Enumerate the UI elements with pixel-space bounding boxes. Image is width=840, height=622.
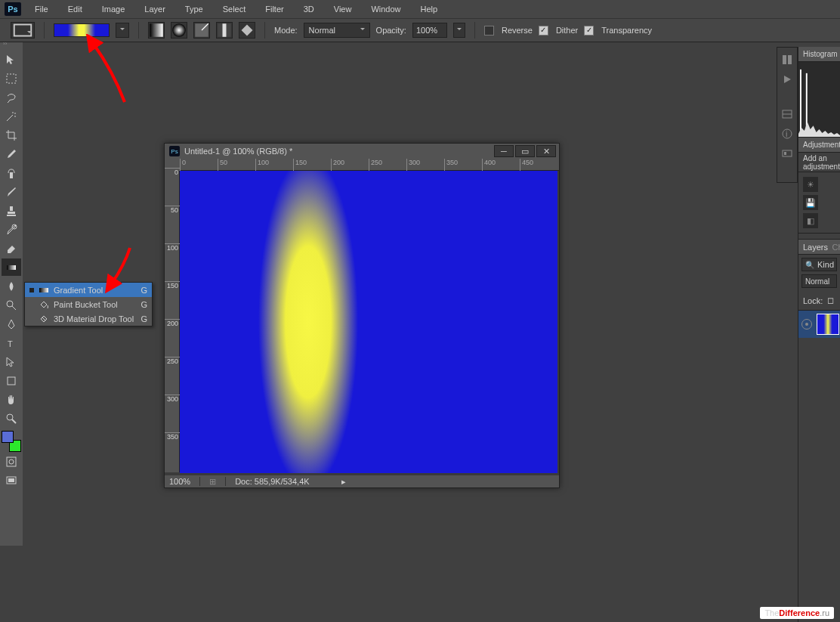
menu-file[interactable]: File	[29, 2, 54, 17]
menu-layer[interactable]: Layer	[138, 2, 171, 17]
linear-gradient-button[interactable]	[148, 22, 165, 39]
info-icon[interactable]: i	[780, 126, 795, 141]
gradient-tool[interactable]	[2, 258, 21, 276]
brush-tool[interactable]	[2, 183, 21, 200]
svg-rect-10	[8, 212, 15, 214]
healing-tool[interactable]	[2, 164, 21, 181]
marquee-tool[interactable]	[2, 70, 21, 87]
menu-type[interactable]: Type	[179, 2, 209, 17]
flyout-label: 3D Material Drop Tool	[54, 314, 134, 323]
svg-text:i: i	[786, 129, 787, 138]
svg-point-12	[12, 224, 17, 229]
shape-tool[interactable]	[2, 372, 21, 389]
doc-info[interactable]: Doc: 585,9K/534,4K	[235, 477, 309, 486]
dither-label: Dither	[556, 26, 578, 35]
svg-rect-7	[7, 74, 16, 83]
menu-view[interactable]: View	[328, 2, 358, 17]
document-window: Ps Untitled-1 @ 100% (RGB/8) * ─ ▭ ✕ 050…	[164, 143, 560, 488]
wand-tool[interactable]	[2, 107, 21, 125]
panel-icon-3[interactable]	[780, 107, 795, 122]
dither-checkbox[interactable]: ✓	[539, 26, 548, 36]
gradient-dropdown[interactable]	[116, 23, 129, 38]
menu-edit[interactable]: Edit	[62, 2, 88, 17]
canvas[interactable]	[180, 171, 557, 473]
flyout-key: G	[141, 300, 147, 309]
menu-3d[interactable]: 3D	[298, 2, 320, 17]
opacity-input[interactable]: 100%	[412, 23, 447, 38]
close-button[interactable]: ✕	[536, 145, 556, 157]
svg-rect-0	[14, 25, 32, 36]
crop-tool[interactable]	[2, 126, 21, 144]
watermark: TheDifference.ru	[760, 607, 834, 619]
lasso-tool[interactable]	[2, 88, 21, 106]
eraser-tool[interactable]	[2, 240, 21, 257]
stamp-tool[interactable]	[2, 202, 21, 219]
pen-tool[interactable]	[2, 315, 21, 333]
svg-rect-22	[39, 288, 48, 292]
tool-preset-picker[interactable]	[11, 22, 35, 39]
minimize-button[interactable]: ─	[494, 145, 514, 157]
document-titlebar[interactable]: Ps Untitled-1 @ 100% (RGB/8) * ─ ▭ ✕	[165, 144, 559, 159]
layer-visibility-icon[interactable]	[801, 319, 812, 330]
flyout-gradient-tool[interactable]: Gradient Tool G	[25, 283, 152, 297]
menu-help[interactable]: Help	[415, 2, 444, 17]
layer-filter-kind[interactable]: 🔍 Kind	[801, 258, 837, 271]
histogram-panel	[798, 62, 840, 138]
hand-tool[interactable]	[2, 391, 21, 408]
menu-select[interactable]: Select	[217, 2, 252, 17]
vertical-ruler[interactable]: 050100150200250300350	[165, 171, 180, 472]
color-swatches[interactable]	[2, 431, 21, 452]
radial-gradient-button[interactable]	[171, 22, 187, 39]
reverse-checkbox[interactable]: ✓	[484, 26, 494, 36]
gradient-preview[interactable]	[54, 23, 110, 37]
move-tool[interactable]	[2, 51, 21, 68]
menu-filter[interactable]: Filter	[259, 2, 289, 17]
svg-rect-21	[8, 478, 14, 482]
angle-gradient-button[interactable]	[193, 22, 210, 39]
reverse-label: Reverse	[502, 26, 533, 35]
layer-thumbnail[interactable]	[817, 314, 839, 335]
opacity-dropdown[interactable]	[453, 23, 465, 38]
horizontal-ruler[interactable]: 050100150200250300350400450	[180, 159, 559, 171]
menu-window[interactable]: Window	[365, 2, 406, 17]
foreground-color[interactable]	[2, 431, 14, 443]
maximize-button[interactable]: ▭	[515, 145, 535, 157]
svg-rect-30	[800, 70, 801, 135]
brightness-icon[interactable]: ☀	[803, 177, 818, 192]
play-icon[interactable]	[780, 72, 795, 87]
layer-background[interactable]	[798, 311, 840, 338]
flyout-3d-material[interactable]: 3D Material Drop Tool G	[25, 311, 152, 326]
document-title: Untitled-1 @ 100% (RGB/8) *	[184, 147, 292, 156]
flyout-key: G	[141, 314, 147, 323]
menu-image[interactable]: Image	[96, 2, 131, 17]
dodge-tool[interactable]	[2, 296, 21, 314]
flyout-label: Paint Bucket Tool	[54, 300, 118, 309]
path-select-tool[interactable]	[2, 353, 21, 370]
zoom-level[interactable]: 100%	[169, 477, 190, 486]
type-tool[interactable]: T	[2, 334, 21, 351]
svg-rect-5	[223, 23, 227, 37]
reflected-gradient-button[interactable]	[216, 22, 233, 39]
quickmask-button[interactable]	[2, 453, 21, 470]
histogram-tab[interactable]: Histogram	[798, 47, 840, 62]
transparency-checkbox[interactable]: ✓	[584, 26, 594, 36]
adjustments-tab[interactable]: Adjustments	[798, 138, 840, 153]
history-brush-tool[interactable]	[2, 221, 21, 238]
screenmode-button[interactable]	[2, 472, 21, 489]
bucket-icon	[39, 299, 49, 310]
panel-icon-1[interactable]	[780, 52, 795, 67]
blur-tool[interactable]	[2, 277, 21, 295]
layer-blend-mode[interactable]: Normal	[801, 274, 837, 288]
blend-mode-select[interactable]: Normal	[304, 23, 370, 38]
zoom-tool[interactable]	[2, 410, 21, 427]
save-icon[interactable]: 💾	[803, 195, 818, 210]
gradient-tool-flyout: Gradient Tool G Paint Bucket Tool G 3D M…	[24, 282, 153, 326]
bucket-3d-icon	[39, 314, 49, 324]
diamond-gradient-button[interactable]	[239, 22, 255, 39]
options-bar: Mode: Normal Opacity: 100% ✓Reverse ✓Dit…	[0, 18, 840, 42]
layers-tab[interactable]: Layers Ch	[798, 240, 840, 255]
adj-icon-3[interactable]: ◧	[803, 213, 818, 228]
eyedropper-tool[interactable]	[2, 145, 21, 162]
panel-icon-5[interactable]	[780, 146, 795, 161]
flyout-paint-bucket[interactable]: Paint Bucket Tool G	[25, 297, 152, 311]
